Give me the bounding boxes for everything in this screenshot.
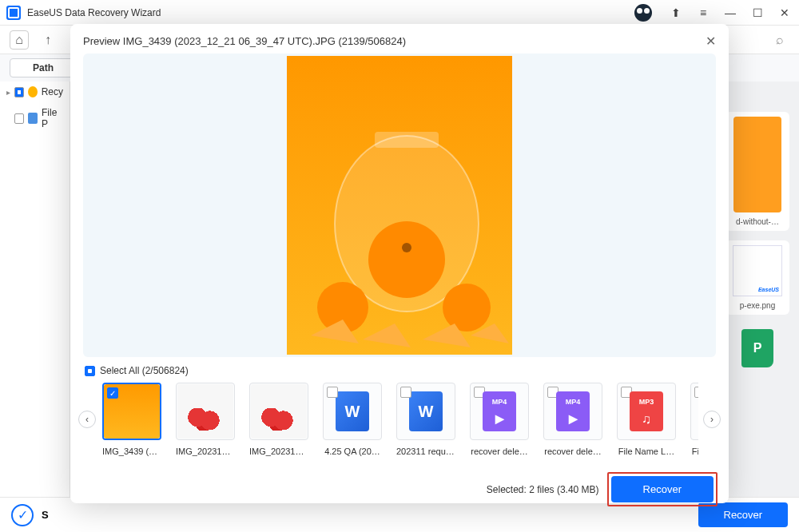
svg-point-6: [443, 284, 491, 332]
thumb-strip-wrap: ‹ IMG_3439 (2…IMG_202311…IMG_202311…W4.2…: [70, 379, 729, 459]
maximize-icon[interactable]: ☐: [749, 5, 765, 21]
bg-cards: d-without-… EaseUS p-exe.png: [725, 112, 789, 382]
checkbox-icon[interactable]: [400, 387, 411, 398]
thumb-box[interactable]: W: [396, 383, 455, 440]
checkbox-partial-icon[interactable]: [14, 87, 24, 97]
upload-icon[interactable]: ⬆: [668, 5, 684, 21]
thumb-caption: IMG_3439 (2…: [102, 447, 161, 456]
path-pill[interactable]: Path: [10, 58, 77, 77]
prev-button[interactable]: ‹: [78, 411, 96, 428]
thumb-caption: IMG_202311…: [176, 447, 235, 456]
thumb-box[interactable]: MP4: [543, 383, 602, 440]
thumb-item[interactable]: W202311 requi…: [396, 383, 455, 456]
mp4-icon: MP4: [556, 391, 590, 431]
preview-area: [83, 54, 716, 357]
thumb-item[interactable]: MP3File Name L…: [690, 383, 698, 456]
close-icon[interactable]: ✕: [777, 5, 793, 21]
preview-modal: Preview IMG_3439 (2023_12_21 06_39_47 UT…: [70, 24, 729, 503]
titlebar: EaseUS Data Recovery Wizard ⬆ ≡ — ☐ ✕: [0, 0, 799, 26]
up-icon[interactable]: ↑: [38, 30, 58, 50]
chevron-right-icon: ▸: [6, 88, 10, 97]
home-icon[interactable]: ⌂: [10, 30, 29, 50]
sidebar-item-recycle[interactable]: ▸ Recy: [0, 81, 70, 102]
thumb-caption: IMG_202311…: [249, 447, 308, 456]
bg-caption: p-exe.png: [730, 301, 785, 310]
sidebar-item-label: File P: [42, 107, 63, 129]
app-icon: [6, 6, 21, 20]
thumb-box[interactable]: MP3: [690, 383, 698, 440]
checkbox-icon[interactable]: [694, 387, 698, 398]
thumb-caption: File Name L…: [690, 447, 698, 456]
sidebar-item-filep[interactable]: ▸ File P: [0, 102, 70, 134]
app-title: EaseUS Data Recovery Wizard: [27, 7, 634, 18]
bg-thumb-icon: EaseUS: [733, 245, 782, 296]
titlebar-controls: ⬆ ≡ — ☐ ✕: [634, 4, 793, 22]
modal-title: Preview IMG_3439 (2023_12_21 06_39_47 UT…: [83, 35, 706, 47]
bg-thumb-icon: [733, 117, 781, 212]
thumb-strip: IMG_3439 (2…IMG_202311…IMG_202311…W4.25 …: [101, 379, 698, 459]
menu-icon[interactable]: ≡: [695, 5, 711, 21]
recover-button[interactable]: Recover: [611, 476, 714, 502]
thumb-caption: 4.25 QA (20…: [323, 447, 382, 456]
thumb-box[interactable]: [102, 383, 161, 440]
modal-header: Preview IMG_3439 (2023_12_21 06_39_47 UT…: [70, 24, 729, 54]
bg-card[interactable]: [725, 324, 789, 372]
preview-image: [287, 56, 512, 355]
select-all-label: Select All (2/506824): [100, 365, 189, 376]
sidebar-item-label: Recy: [42, 86, 63, 97]
task-status: S: [42, 509, 49, 521]
selected-summary: Selected: 2 files (3.40 MB): [487, 484, 599, 495]
owl-icon[interactable]: [634, 4, 652, 22]
thumb-box[interactable]: [249, 383, 308, 440]
svg-point-4: [402, 243, 411, 252]
thumb-caption: recover dele…: [543, 447, 602, 456]
thumb-item[interactable]: MP3File Name L…: [617, 383, 676, 456]
recycle-bin-icon: [28, 86, 38, 97]
thumb-box[interactable]: MP4: [470, 383, 529, 440]
bg-caption: d-without-…: [730, 217, 785, 226]
thumb-item[interactable]: IMG_202311…: [249, 383, 308, 456]
thumb-caption: recover dele…: [470, 447, 529, 456]
thumb-item[interactable]: MP4recover dele…: [543, 383, 602, 456]
search-icon[interactable]: ⌕: [770, 30, 789, 50]
checkbox-icon[interactable]: [14, 113, 24, 124]
close-icon[interactable]: ✕: [706, 34, 716, 49]
mp4-icon: MP4: [483, 391, 516, 431]
thumb-box[interactable]: W: [323, 383, 382, 440]
thumb-box[interactable]: [176, 383, 235, 440]
svg-point-3: [368, 221, 445, 298]
thumb-caption: 202311 requi…: [396, 447, 455, 456]
svg-rect-2: [375, 132, 439, 148]
thumb-item[interactable]: MP4recover dele…: [470, 383, 529, 456]
bg-card[interactable]: d-without-…: [725, 112, 789, 231]
checkbox-icon[interactable]: [327, 387, 338, 398]
next-button[interactable]: ›: [703, 411, 721, 428]
image-thumb-icon: [251, 384, 307, 439]
word-doc-icon: W: [336, 391, 369, 431]
bg-green-icon: [741, 329, 773, 367]
image-thumb-icon: [177, 384, 233, 439]
thumb-box[interactable]: MP3: [617, 383, 676, 440]
mp3-icon: MP3: [630, 391, 663, 431]
task-check-icon[interactable]: ✓: [11, 504, 34, 526]
file-icon: [28, 113, 38, 124]
thumb-item[interactable]: IMG_3439 (2…: [102, 383, 161, 456]
bg-card[interactable]: EaseUS p-exe.png: [725, 240, 789, 315]
sidebar: ▸ Recy ▸ File P: [0, 81, 70, 497]
thumb-caption: File Name L…: [617, 447, 676, 456]
minimize-icon[interactable]: —: [722, 5, 738, 21]
thumb-item[interactable]: W4.25 QA (20…: [323, 383, 382, 456]
checkbox-icon[interactable]: [107, 387, 118, 399]
modal-footer: Selected: 2 files (3.40 MB) Recover: [70, 464, 729, 518]
recover-highlight: Recover: [607, 472, 718, 506]
checkbox-partial-icon[interactable]: [85, 366, 95, 376]
word-doc-icon: W: [409, 391, 443, 431]
select-all-row[interactable]: Select All (2/506824): [70, 360, 729, 379]
thumb-item[interactable]: IMG_202311…: [176, 383, 235, 456]
